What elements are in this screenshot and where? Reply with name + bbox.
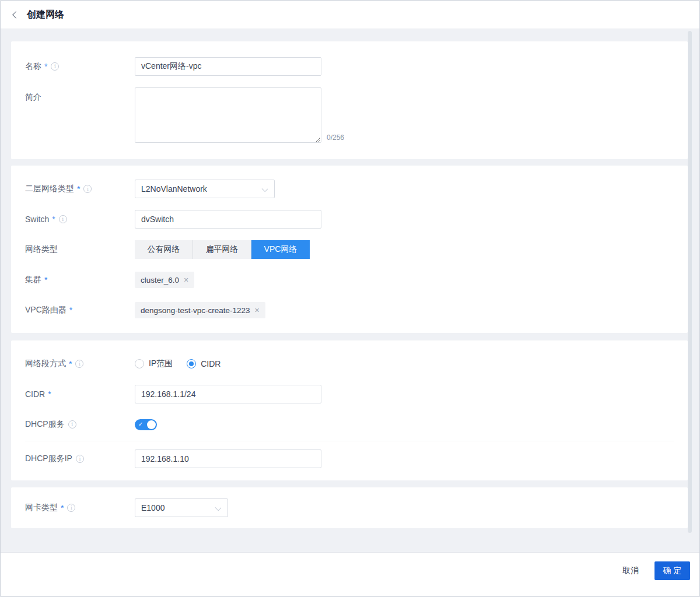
description-label: 简介 [25,92,41,103]
nic-type-row: 网卡类型 * i E1000 [25,498,688,517]
network-type-tabs: 公有网络 扁平网络 VPC网络 [135,240,310,259]
segment-mode-radio-group: IP范围 CIDR [135,359,235,369]
info-icon[interactable]: i [75,360,83,368]
segment-card: 网络段方式 * i IP范围 CIDR CIDR [11,340,688,480]
cidr-label: CIDR [25,389,45,399]
description-row: 简介 0/256 [25,87,688,143]
radio-ip-range[interactable]: IP范围 [135,359,173,369]
vpc-router-label: VPC路由器 [25,305,66,315]
chevron-left-icon [12,11,20,19]
tab-vpc-network[interactable]: VPC网络 [251,240,310,259]
tab-flat-network[interactable]: 扁平网络 [193,240,251,259]
vpc-router-label-group: VPC路由器 * [25,305,135,315]
radio-circle-checked [187,359,196,368]
vpc-router-row: VPC路由器 * dengsong-test-vpc-create-1223 × [25,301,688,319]
nic-type-select[interactable]: E1000 [135,498,228,517]
required-mark: * [69,305,72,315]
nic-type-label-group: 网卡类型 * i [25,503,135,513]
toggle-knob [147,420,156,429]
switch-row: Switch * i [25,210,688,229]
name-label-group: 名称 * i [25,61,135,72]
cidr-row: CIDR * [25,385,688,403]
scrollbar-thumb[interactable] [688,31,692,533]
segment-mode-row: 网络段方式 * i IP范围 CIDR [25,354,688,373]
cidr-label-group: CIDR * [25,389,135,399]
info-icon[interactable]: i [83,185,92,193]
l2-type-selected-value: L2NoVlanNetwork [141,184,207,194]
vpc-router-tag[interactable]: dengsong-test-vpc-create-1223 × [135,302,265,318]
radio-circle-unchecked [135,359,144,368]
dhcp-ip-label-group: DHCP服务IP i [25,454,135,464]
radio-ip-range-label: IP范围 [149,359,173,369]
page-footer: 取消 确 定 [1,552,699,596]
nic-type-card: 网卡类型 * i E1000 [11,487,688,528]
cluster-label: 集群 [25,275,41,285]
cluster-tag[interactable]: cluster_6.0 × [135,272,194,288]
vpc-router-tag-text: dengsong-test-vpc-create-1223 [141,306,250,315]
cluster-label-group: 集群 * [25,275,135,285]
info-icon[interactable]: i [76,455,84,463]
dhcp-row: DHCP服务 i ✓ [25,415,688,434]
tab-public-network[interactable]: 公有网络 [135,240,193,259]
description-label-group: 简介 [25,87,135,103]
radio-cidr-label: CIDR [201,359,220,368]
switch-label-group: Switch * i [25,215,135,224]
l2-network-card: 二层网络类型 * i L2NoVlanNetwork Switch * i [11,166,688,333]
remove-cluster-icon[interactable]: × [184,276,188,284]
segment-mode-label: 网络段方式 [25,359,66,369]
required-mark: * [69,359,72,368]
info-icon[interactable]: i [67,504,75,512]
network-type-label-group: 网络类型 [25,244,135,255]
info-icon[interactable]: i [68,420,76,429]
create-network-page: 创建网络 名称 * i 简介 0/256 [0,0,700,597]
required-mark: * [44,275,47,285]
chevron-down-icon [215,505,222,511]
required-mark: * [52,215,55,224]
remove-vpc-router-icon[interactable]: × [255,306,260,314]
l2-type-label: 二层网络类型 [25,184,74,194]
info-icon[interactable]: i [59,215,67,223]
name-input[interactable] [135,57,321,76]
description-textarea[interactable] [135,87,321,143]
l2-type-row: 二层网络类型 * i L2NoVlanNetwork [25,180,688,198]
cidr-input[interactable] [135,385,321,403]
cancel-button[interactable]: 取消 [622,566,639,576]
form-body: 名称 * i 简介 0/256 二层网络类型 [1,29,699,552]
cluster-row: 集群 * cluster_6.0 × [25,271,688,289]
name-label: 名称 [25,61,41,72]
dhcp-label-group: DHCP服务 i [25,419,135,430]
network-type-row: 网络类型 公有网络 扁平网络 VPC网络 [25,240,688,259]
section-divider [25,441,674,441]
cluster-tag-text: cluster_6.0 [141,276,179,285]
network-type-label: 网络类型 [25,244,58,255]
switch-input[interactable] [135,210,321,229]
nic-type-selected-value: E1000 [141,503,164,512]
nic-type-label: 网卡类型 [25,503,58,513]
required-mark: * [44,62,47,71]
segment-mode-label-group: 网络段方式 * i [25,359,135,369]
back-button[interactable] [13,12,19,17]
basic-info-card: 名称 * i 简介 0/256 [11,41,688,159]
page-header: 创建网络 [1,1,699,29]
check-icon: ✓ [138,420,143,429]
dhcp-ip-row: DHCP服务IP i [25,449,688,468]
radio-cidr[interactable]: CIDR [187,359,220,368]
info-icon[interactable]: i [51,62,59,71]
required-mark: * [48,389,51,399]
dhcp-toggle[interactable]: ✓ [135,419,157,430]
required-mark: * [77,184,80,194]
dhcp-ip-label: DHCP服务IP [25,454,72,464]
l2-type-select[interactable]: L2NoVlanNetwork [135,180,275,198]
scrollbar-track [688,29,692,552]
name-row: 名称 * i [25,57,688,76]
switch-label: Switch [25,215,49,224]
chevron-down-icon [262,186,268,192]
l2-type-label-group: 二层网络类型 * i [25,184,135,194]
confirm-button[interactable]: 确 定 [654,561,690,580]
dhcp-label: DHCP服务 [25,419,65,430]
char-counter: 0/256 [327,134,344,143]
page-title: 创建网络 [27,9,64,21]
required-mark: * [61,503,64,512]
dhcp-ip-input[interactable] [135,449,321,468]
